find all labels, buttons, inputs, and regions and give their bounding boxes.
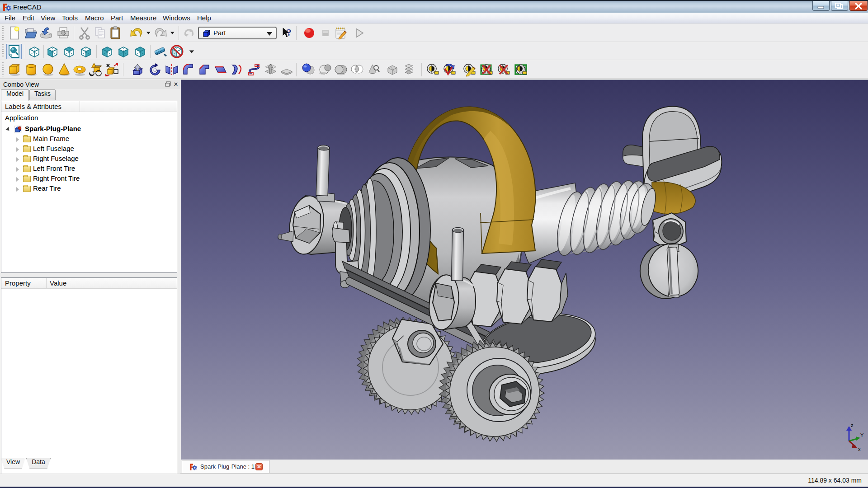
svg-text:?: ? bbox=[287, 27, 292, 38]
svg-text:Y: Y bbox=[860, 432, 864, 438]
svg-text:z: z bbox=[851, 422, 854, 428]
svg-text:x: x bbox=[858, 446, 861, 452]
